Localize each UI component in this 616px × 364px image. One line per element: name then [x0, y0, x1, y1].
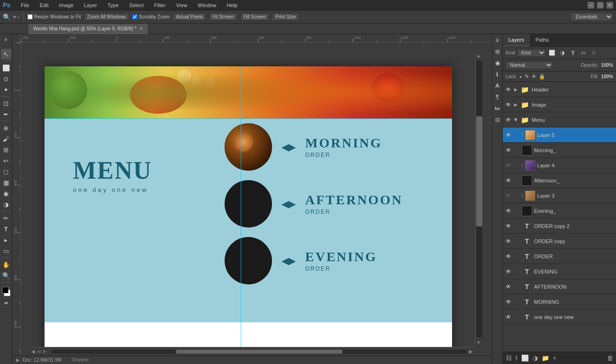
menu-view[interactable]: View — [174, 1, 190, 9]
close-button[interactable]: ✕ — [607, 2, 613, 9]
layer-row-layer3[interactable]: 👁 f Layer 3 — [503, 188, 616, 203]
layer-visibility-layer3[interactable]: 👁 — [505, 192, 512, 200]
minimize-button[interactable]: ─ — [588, 2, 594, 9]
layer-row-afternoon-text[interactable]: 👁 T AFTERNOON — [503, 279, 616, 294]
layer-visibility-order[interactable]: 👁 — [505, 253, 512, 260]
filter-type-btn[interactable]: T — [569, 49, 577, 57]
info-icon[interactable]: ℹ — [493, 70, 502, 79]
fill-screen-button[interactable]: Fill Screen — [240, 13, 269, 21]
tab-paths[interactable]: Paths — [530, 34, 554, 46]
menu-help[interactable]: Help — [225, 1, 239, 9]
layer-visibility-evening[interactable]: 👁 — [505, 207, 512, 215]
zoom-all-button[interactable]: Zoom All Windows — [84, 13, 129, 21]
hand-tool[interactable]: ✋ — [1, 259, 11, 270]
group-button[interactable]: 📁 — [542, 355, 549, 362]
eyedropper-tool[interactable]: ✒ — [1, 109, 11, 119]
gradient-tool[interactable]: ▦ — [1, 177, 11, 188]
fill-value[interactable]: 100% — [601, 74, 613, 79]
layer-row-menu-group[interactable]: 👁 ▶ 📁 Menu — [503, 112, 616, 127]
scroll-prev-btn[interactable]: ⊲ — [37, 349, 41, 354]
opacity-value[interactable]: 100% — [601, 63, 613, 68]
scroll-left-arrow[interactable]: ◀ — [31, 349, 35, 354]
layer-row-one-day-new[interactable]: 👁 T one day one new — [503, 309, 616, 325]
scrubby-zoom-checkbox[interactable]: Scrubby Zoom — [132, 14, 170, 19]
layer-row-morning[interactable]: 👁 Morning_ — [503, 143, 616, 158]
layer-row-afternoon[interactable]: 👁 Afternoon_ — [503, 173, 616, 188]
3d-icon[interactable]: ⊞ — [493, 47, 502, 56]
filter-shape-btn[interactable]: ▭ — [579, 49, 588, 57]
tab-close-button[interactable]: ✕ — [139, 26, 143, 31]
layer-visibility-morning[interactable]: 👁 — [505, 146, 512, 154]
menu-type[interactable]: Type — [106, 1, 121, 9]
vertical-scrollbar[interactable]: ▲ ▼ — [475, 51, 483, 347]
layer-visibility-afternoon-text[interactable]: 👁 — [505, 283, 512, 291]
layer-visibility-image[interactable]: 👁 — [505, 101, 512, 109]
restore-button[interactable]: □ — [597, 2, 604, 9]
scroll-next-btn[interactable]: ⊳ — [43, 349, 46, 354]
layer-row-layer4[interactable]: 👁 f Layer 4 — [503, 158, 616, 173]
quick-select-tool[interactable]: ✦ — [1, 84, 11, 95]
lock-position-icon[interactable]: ✛ — [532, 73, 536, 80]
lasso-tool[interactable]: ⊙ — [1, 73, 11, 84]
shape-tool[interactable]: ▭ — [1, 246, 11, 256]
zoom-tool-icon[interactable]: 🔍 — [1, 270, 11, 281]
menu-layer[interactable]: Layer — [82, 1, 99, 9]
layer-visibility-layer5[interactable]: 👁 — [505, 131, 512, 139]
layer-row-morning-text[interactable]: 👁 T MORNING — [503, 294, 616, 309]
zoom-out-button[interactable]: - — [18, 13, 19, 20]
photoshop-canvas[interactable]: MENU one day one new ◀▶ MORNING — [21, 43, 483, 355]
layer-row-header-group[interactable]: 👁 ▶ 📁 Header — [503, 82, 616, 97]
workspace-select[interactable]: Essentials — [571, 12, 613, 21]
toggle-button[interactable]: ≡ — [1, 37, 11, 42]
scroll-up-arrow[interactable]: ▲ — [476, 53, 481, 58]
folder-arrow-header[interactable]: ▶ — [514, 87, 517, 92]
blend-mode-select[interactable]: Normal — [506, 61, 553, 69]
scroll-thumb-h[interactable] — [176, 350, 342, 354]
layer-row-order-copy2[interactable]: 👁 T ORDER copy 2 — [503, 218, 616, 234]
resize-windows-checkbox[interactable]: Resize Windows to Fit — [27, 14, 81, 19]
layer-visibility-header[interactable]: 👁 — [505, 86, 512, 93]
scroll-track-h[interactable] — [51, 350, 467, 354]
tab-layers[interactable]: Layers — [503, 34, 530, 46]
menu-file[interactable]: File — [19, 1, 31, 9]
scroll-down-arrow[interactable]: ▼ — [476, 340, 481, 345]
text-icon[interactable]: A — [493, 82, 502, 90]
folder-arrow-menu[interactable]: ▶ — [514, 118, 518, 121]
layer-row-order[interactable]: 👁 T ORDER — [503, 249, 616, 264]
ku-icon[interactable]: ku — [493, 104, 502, 113]
mask-button[interactable]: ⬜ — [521, 355, 529, 362]
filter-smart-btn[interactable]: ☆ — [589, 49, 598, 57]
new-layer-button[interactable]: + — [553, 355, 557, 362]
menu-window[interactable]: Window — [196, 1, 218, 9]
path-select-tool[interactable]: ▸ — [1, 235, 11, 245]
dodge-tool[interactable]: ◑ — [1, 199, 11, 209]
spot-heal-tool[interactable]: ⊕ — [1, 123, 11, 133]
layer-visibility-layer4[interactable]: 👁 — [505, 162, 512, 169]
layer-visibility-order-copy[interactable]: 👁 — [505, 237, 512, 245]
lock-image-icon[interactable]: ✎ — [525, 73, 529, 80]
history-brush-tool[interactable]: ↩ — [1, 155, 11, 166]
menu-filter[interactable]: Filter — [152, 1, 167, 9]
layer-visibility-menu[interactable]: 👁 — [505, 116, 512, 124]
layer-visibility-evening-text[interactable]: 👁 — [505, 268, 512, 275]
type-tool[interactable]: T — [1, 224, 11, 234]
adjustment-button[interactable]: ◑ — [533, 355, 538, 362]
menu-select[interactable]: Select — [127, 1, 146, 9]
layer-visibility-one-day-new[interactable]: 👁 — [505, 313, 512, 321]
move-tool[interactable]: ↖ — [1, 49, 11, 59]
link-layers-button[interactable]: ⛓ — [506, 355, 512, 362]
layer-visibility-afternoon[interactable]: 👁 — [505, 177, 512, 184]
layer-visibility-order-copy2[interactable]: 👁 — [505, 222, 512, 230]
horizontal-scrollbar[interactable]: ◀ ⊲ ⊳ ▶ — [29, 347, 475, 355]
scroll-right-arrow[interactable]: ▶ — [469, 349, 473, 354]
swap-colors-icon[interactable]: ⇄ — [4, 300, 8, 305]
lock-all-icon[interactable]: 🔒 — [539, 73, 545, 80]
scrubby-zoom-input[interactable] — [132, 14, 137, 19]
filter-adjust-btn[interactable]: ◑ — [558, 49, 567, 57]
layer-row-evening-text[interactable]: 👁 T EVENING — [503, 264, 616, 279]
status-icon[interactable]: ▶ — [16, 357, 20, 363]
color-icon[interactable]: ◉ — [493, 59, 502, 67]
kind-select[interactable]: Kind — [517, 49, 546, 57]
marquee-tool[interactable]: ⬜ — [1, 63, 11, 73]
zoom-in-button[interactable]: + — [13, 13, 17, 20]
